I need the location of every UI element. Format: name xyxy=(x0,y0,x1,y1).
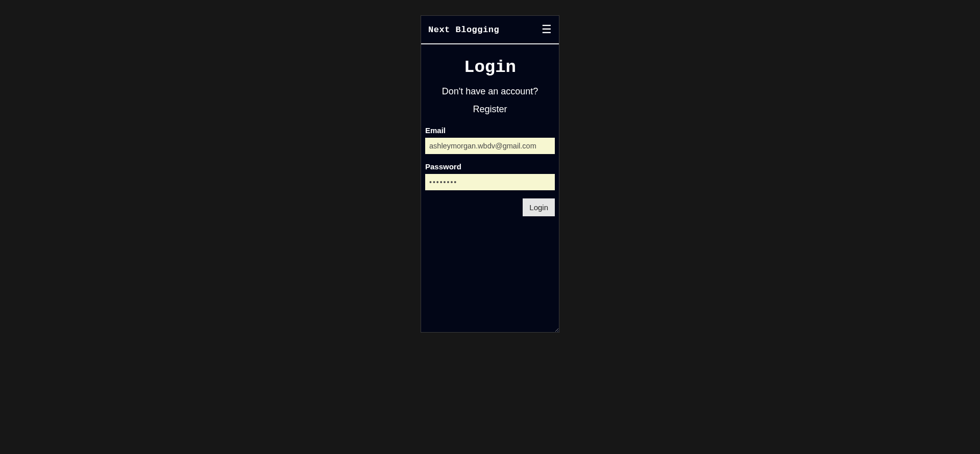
button-row: Login xyxy=(425,198,555,216)
login-form: Email Password Login xyxy=(425,126,555,216)
device-frame: Next Blogging ☰ Login Don't have an acco… xyxy=(421,15,559,333)
hamburger-icon: ☰ xyxy=(542,23,552,36)
email-field[interactable] xyxy=(425,138,555,154)
email-group: Email xyxy=(425,126,555,154)
email-label: Email xyxy=(425,126,555,135)
login-content: Login Don't have an account? Register Em… xyxy=(421,44,559,216)
register-prompt: Don't have an account? xyxy=(425,86,555,97)
app-header: Next Blogging ☰ xyxy=(421,16,559,44)
page-title: Login xyxy=(425,58,555,77)
password-group: Password xyxy=(425,162,555,190)
login-button[interactable]: Login xyxy=(523,198,555,216)
register-link[interactable]: Register xyxy=(473,104,507,115)
brand-title: Next Blogging xyxy=(428,25,499,35)
menu-button[interactable]: ☰ xyxy=(542,23,552,36)
password-field[interactable] xyxy=(425,174,555,190)
password-label: Password xyxy=(425,162,555,171)
